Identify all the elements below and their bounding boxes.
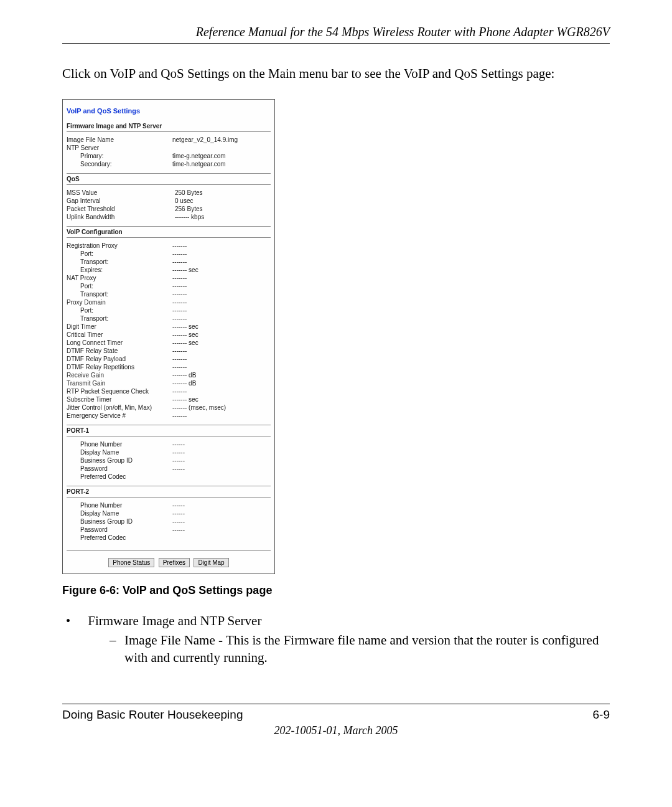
p2-disp-label: Display Name (67, 509, 172, 517)
p1-disp-label: Display Name (67, 448, 172, 456)
regtrans-label: Transport: (67, 258, 172, 266)
rtp-label: RTP Packet Sequence Check (67, 387, 172, 395)
natport-label: Port: (67, 282, 172, 290)
digit-map-button[interactable]: Digit Map (194, 558, 228, 567)
regproxy-value: ------- (172, 242, 271, 250)
page-header: Reference Manual for the 54 Mbps Wireles… (62, 25, 610, 44)
ntp-primary-value: time-g.netgear.com (172, 152, 271, 160)
ntp-secondary-value: time-h.netgear.com (172, 160, 271, 168)
bullet-firmware: Firmware Image and NTP Server (88, 613, 261, 628)
regtrans-value: ------- (172, 258, 271, 266)
screenshot-panel: VoIP and QoS Settings Firmware Image and… (62, 99, 275, 574)
emerg-value: ------- (172, 412, 271, 420)
prefixes-button[interactable]: Prefixes (159, 558, 190, 567)
rgain-value: ------- dB (172, 371, 271, 379)
uplink-label: Uplink Bandwidth (67, 213, 172, 221)
emerg-label: Emergency Service # (67, 412, 172, 420)
pkt-label: Packet Threshold (67, 205, 172, 213)
digit-label: Digit Timer (67, 323, 172, 331)
dtmf-rep-value: ------- (172, 363, 271, 371)
regport-value: ------- (172, 250, 271, 258)
p1-pw-value: ------ (172, 465, 271, 473)
nattrans-label: Transport: (67, 290, 172, 298)
digit-value: ------- sec (172, 323, 271, 331)
natproxy-value: ------- (172, 274, 271, 282)
section-qos-head: QoS (67, 173, 271, 185)
mss-value: 250 Bytes (172, 189, 271, 197)
jitter-label: Jitter Control (on/off, Min, Max) (67, 404, 172, 412)
figure-caption: Figure 6-6: VoIP and QoS Settings page (62, 584, 610, 597)
pkt-value: 256 Bytes (172, 205, 271, 213)
regproxy-label: Registration Proxy (67, 242, 172, 250)
p2-pw-label: Password (67, 526, 172, 534)
p2-codec-label: Preferred Codec (67, 534, 172, 542)
p2-codec-value (172, 534, 271, 542)
mss-label: MSS Value (67, 189, 172, 197)
p2-phone-label: Phone Number (67, 501, 172, 509)
p1-bg-value: ------ (172, 456, 271, 465)
section-firmware-head: Firmware Image and NTP Server (67, 121, 271, 132)
pdtrans-label: Transport: (67, 314, 172, 323)
section-port2-head: PORT-2 (67, 486, 271, 498)
regexp-label: Expires: (67, 266, 172, 274)
p2-bg-label: Business Group ID (67, 517, 172, 526)
section-port1-head: PORT-1 (67, 425, 271, 437)
p1-phone-label: Phone Number (67, 440, 172, 448)
ntp-secondary-label: Secondary: (67, 160, 172, 168)
pdomain-label: Proxy Domain (67, 298, 172, 306)
rtp-value: ------- (172, 387, 271, 395)
dtmf-payload-value: ------- (172, 355, 271, 363)
nattrans-value: ------- (172, 290, 271, 298)
footer-docnum: 202-10051-01, March 2005 (62, 724, 610, 737)
uplink-value: ------- kbps (172, 213, 271, 221)
pdomain-value: ------- (172, 298, 271, 306)
image-file-name-label: Image File Name (67, 136, 172, 144)
dtmf-state-label: DTMF Relay State (67, 347, 172, 355)
pdport-value: ------- (172, 306, 271, 314)
p2-phone-value: ------ (172, 501, 271, 509)
section-voip-head: VoIP Configuration (67, 226, 271, 238)
phone-status-button[interactable]: Phone Status (108, 558, 154, 567)
pdtrans-value: ------- (172, 314, 271, 323)
tgain-label: Transmit Gain (67, 379, 172, 387)
regexp-value: ------- sec (172, 266, 271, 274)
long-value: ------- sec (172, 339, 271, 347)
gap-value: 0 usec (172, 197, 271, 205)
ntp-server-label: NTP Server (67, 144, 172, 152)
p1-pw-label: Password (67, 465, 172, 473)
regport-label: Port: (67, 250, 172, 258)
p1-codec-value (172, 473, 271, 481)
p2-disp-value: ------ (172, 509, 271, 517)
dtmf-rep-label: DTMF Relay Repetitions (67, 363, 172, 371)
footer-right: 6-9 (593, 708, 610, 722)
natproxy-label: NAT Proxy (67, 274, 172, 282)
panel-title: VoIP and QoS Settings (67, 107, 271, 115)
crit-value: ------- sec (172, 331, 271, 339)
p2-pw-value: ------ (172, 526, 271, 534)
natport-value: ------- (172, 282, 271, 290)
dtmf-state-value: ------- (172, 347, 271, 355)
tgain-value: ------- dB (172, 379, 271, 387)
image-file-name-value: netgear_v2_0_14.9.img (172, 136, 271, 144)
crit-label: Critical Timer (67, 331, 172, 339)
p1-codec-label: Preferred Codec (67, 473, 172, 481)
p2-bg-value: ------ (172, 517, 271, 526)
p1-disp-value: ------ (172, 448, 271, 456)
long-label: Long Connect Timer (67, 339, 172, 347)
footer-left: Doing Basic Router Housekeeping (62, 708, 243, 722)
rgain-label: Receive Gain (67, 371, 172, 379)
bullet-image-file-name: Image File Name - This is the Firmware f… (110, 631, 610, 666)
sub-value: ------- sec (172, 395, 271, 404)
dtmf-payload-label: DTMF Relay Payload (67, 355, 172, 363)
ntp-primary-label: Primary: (67, 152, 172, 160)
pdport-label: Port: (67, 306, 172, 314)
intro-text: Click on VoIP and QoS Settings on the Ma… (62, 66, 610, 82)
jitter-value: ------- (msec, msec) (172, 404, 271, 412)
gap-label: Gap Interval (67, 197, 172, 205)
p1-bg-label: Business Group ID (67, 456, 172, 465)
p1-phone-value: ------ (172, 440, 271, 448)
sub-label: Subscribe Timer (67, 395, 172, 404)
